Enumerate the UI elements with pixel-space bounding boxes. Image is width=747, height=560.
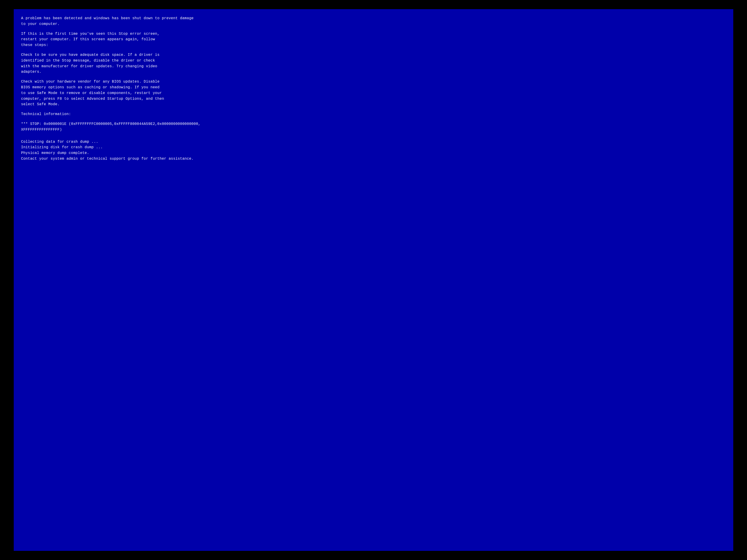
disk-line2: identified in the Stop message, disable …	[21, 58, 726, 63]
screen-outer: A problem has been detected and windows …	[0, 0, 747, 560]
dump-line4: Contact your system admin or technical s…	[21, 156, 726, 162]
bsod-screen: A problem has been detected and windows …	[14, 9, 733, 551]
tech-header: Technical information:	[21, 111, 726, 117]
first-time-line1: If this is the first time you've seen th…	[21, 31, 726, 37]
bios-line4: computer, press F8 to select Advanced St…	[21, 96, 726, 102]
disk-line1: Check to be sure you have adequate disk …	[21, 52, 726, 58]
bios-line3: to use Safe Mode to remove or disable co…	[21, 90, 726, 96]
bios-line5: select Safe Mode.	[21, 102, 726, 107]
dump-line2: Initializing disk for crash dump ...	[21, 144, 726, 150]
dump-section: Collecting data for crash dump ... Initi…	[21, 139, 726, 162]
dump-line1: Collecting data for crash dump ...	[21, 139, 726, 145]
first-time-line3: these steps:	[21, 42, 726, 48]
dump-line3: Physical memory dump complete.	[21, 150, 726, 156]
stop-line2: XFFFFFFFFFFFFFFFF)	[21, 127, 726, 133]
disk-line4: adapters.	[21, 69, 726, 75]
bios-section: Check with your hardware vendor for any …	[21, 79, 726, 107]
first-time-section: If this is the first time you've seen th…	[21, 31, 726, 48]
intro-section: A problem has been detected and windows …	[21, 16, 726, 27]
intro-line1: A problem has been detected and windows …	[21, 16, 726, 21]
tech-info-section: Technical information:	[21, 111, 726, 117]
stop-line1: *** STOP: 0x0000001E (0xFFFFFFFFC0000005…	[21, 121, 726, 127]
first-time-line2: restart your computer. If this screen ap…	[21, 36, 726, 42]
disk-space-section: Check to be sure you have adequate disk …	[21, 52, 726, 75]
disk-line3: with the manufacturer for driver updates…	[21, 63, 726, 69]
intro-line2: to your computer.	[21, 21, 726, 27]
stop-code-section: *** STOP: 0x0000001E (0xFFFFFFFFC0000005…	[21, 121, 726, 133]
bios-line1: Check with your hardware vendor for any …	[21, 79, 726, 85]
bios-line2: BIOS memory options such as caching or s…	[21, 85, 726, 90]
